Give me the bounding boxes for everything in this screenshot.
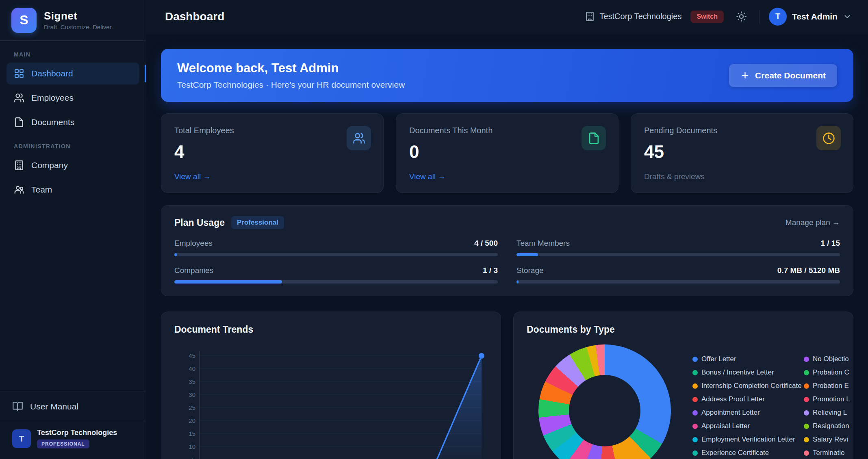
user-manual-link[interactable]: User Manual [0, 392, 146, 421]
legend-item[interactable]: Appointment Letter [692, 408, 803, 418]
svg-text:35: 35 [189, 378, 195, 385]
legend-label: Appraisal Letter [701, 422, 750, 430]
users-icon [14, 93, 24, 103]
legend-label: Probation C [813, 368, 849, 377]
topbar-right: TestCorp Technologies Switch T Test Admi… [585, 8, 852, 26]
documents-by-type-card: Documents by Type Offer LetterBonus / In… [513, 312, 853, 459]
svg-text:40: 40 [189, 365, 195, 372]
sidebar-item-employees[interactable]: Employees [7, 87, 139, 109]
progress-track [174, 280, 498, 284]
metric-label: Storage [516, 266, 544, 275]
legend-dot-icon [692, 424, 698, 429]
plus-icon [740, 71, 750, 80]
metric-label: Employees [174, 239, 213, 248]
legend-label: Salary Revi [813, 435, 848, 444]
user-menu[interactable]: T Test Admin [769, 8, 852, 26]
company-switcher[interactable]: TestCorp Technologies [585, 11, 681, 22]
legend-item[interactable]: Internship Completion Certificate [692, 381, 803, 391]
donut-legend-col-2: No ObjectioProbation CProbation EPromoti… [804, 354, 853, 459]
sidebar-item-label: Dashboard [31, 69, 73, 78]
legend-item[interactable]: Resignation [804, 421, 853, 431]
legend-item[interactable]: Offer Letter [692, 354, 803, 364]
progress-track [516, 253, 840, 256]
legend-label: Employment Verification Letter [701, 435, 795, 444]
create-document-button[interactable]: Create Document [729, 64, 837, 87]
metric-value: 4 / 500 [474, 239, 498, 248]
company-name: TestCorp Technologies [599, 12, 681, 21]
topbar: Dashboard TestCorp Technologies Switch T [146, 0, 868, 33]
metric-value: 1 / 15 [820, 239, 840, 248]
legend-item[interactable]: Address Proof Letter [692, 394, 803, 404]
stat-label: Total Employees [174, 126, 370, 135]
legend-item[interactable]: Appraisal Letter [692, 421, 803, 431]
legend-label: Relieving L [813, 409, 847, 417]
sidebar-item-label: Documents [31, 117, 74, 127]
legend-item[interactable]: Relieving L [804, 408, 853, 418]
metric-label: Companies [174, 266, 213, 275]
document-icon [14, 117, 24, 128]
users-stat-icon [347, 126, 371, 150]
topbar-divider [760, 10, 760, 24]
legend-label: Offer Letter [701, 355, 736, 363]
stat-card-pending-documents: Pending Documents 45 Drafts & previews [631, 113, 853, 193]
nav-section-main: MAIN [14, 51, 132, 58]
plan-badge: PROFESSIONAL [37, 440, 89, 448]
legend-item[interactable]: Probation C [804, 368, 853, 377]
legend-item[interactable]: Bonus / Incentive Letter [692, 368, 803, 377]
sidebar-item-dashboard[interactable]: Dashboard [7, 63, 139, 84]
legend-label: Terminatio [813, 449, 844, 457]
sidebar-item-label: Employees [31, 93, 74, 103]
view-all-documents-link[interactable]: View all → [409, 172, 445, 181]
legend-item[interactable]: Salary Revi [804, 435, 853, 444]
legend-dot-icon [692, 357, 698, 362]
legend-dot-icon [692, 397, 698, 402]
progress-track [174, 253, 498, 256]
legend-dot-icon [692, 410, 698, 416]
legend-label: No Objectio [813, 355, 849, 363]
welcome-banner: Welcome back, Test Admin TestCorp Techno… [161, 49, 853, 102]
plan-metric-team-members: Team Members 1 / 15 [516, 239, 840, 256]
stat-label: Pending Documents [644, 126, 840, 135]
legend-dot-icon [692, 450, 698, 456]
plan-metric-companies: Companies 1 / 3 [174, 266, 498, 284]
plan-usage-title: Plan Usage [174, 217, 225, 228]
legend-item[interactable]: Experience Certificate [692, 448, 803, 458]
org-avatar: T [12, 429, 31, 448]
metric-label: Team Members [516, 239, 570, 248]
legend-label: Internship Completion Certificate [701, 382, 802, 390]
grid-icon [14, 68, 24, 79]
legend-dot-icon [692, 370, 698, 375]
legend-item[interactable]: No Objectio [804, 354, 853, 364]
legend-dot-icon [692, 383, 698, 389]
line-chart: 51015202530354045 [173, 344, 490, 459]
plan-metric-employees: Employees 4 / 500 [174, 239, 498, 256]
progress-track [516, 280, 840, 284]
legend-dot-icon [804, 424, 809, 429]
charts-row: Document Trends 51015202530354045 Docume… [161, 312, 853, 459]
legend-item[interactable]: Employment Verification Letter [692, 435, 803, 444]
book-icon [12, 401, 23, 412]
brand-name: Signet [44, 10, 113, 22]
switch-company-button[interactable]: Switch [690, 11, 724, 23]
sidebar-org[interactable]: T TestCorp Technologies PROFESSIONAL [0, 421, 146, 459]
legend-item[interactable]: Promotion L [804, 394, 853, 404]
donut-legend-col-1: Offer LetterBonus / Incentive LetterInte… [692, 354, 803, 459]
document-trends-card: Document Trends 51015202530354045 [161, 312, 501, 459]
user-manual-label: User Manual [30, 402, 78, 411]
progress-fill [516, 280, 519, 284]
nav-section-administration: ADMINISTRATION [14, 143, 132, 149]
user-name: Test Admin [792, 12, 838, 22]
legend-dot-icon [804, 357, 809, 362]
legend-dot-icon [804, 410, 809, 416]
theme-toggle-button[interactable] [733, 8, 751, 26]
legend-label: Experience Certificate [701, 449, 769, 457]
sidebar-item-team[interactable]: Team [7, 179, 139, 201]
sidebar-item-documents[interactable]: Documents [7, 111, 139, 133]
stat-note: Drafts & previews [644, 172, 705, 181]
legend-item[interactable]: Terminatio [804, 448, 853, 458]
page-title: Dashboard [165, 10, 224, 23]
sidebar-item-company[interactable]: Company [7, 154, 139, 176]
view-all-employees-link[interactable]: View all → [174, 172, 210, 181]
legend-item[interactable]: Probation E [804, 381, 853, 391]
manage-plan-link[interactable]: Manage plan → [786, 218, 840, 227]
